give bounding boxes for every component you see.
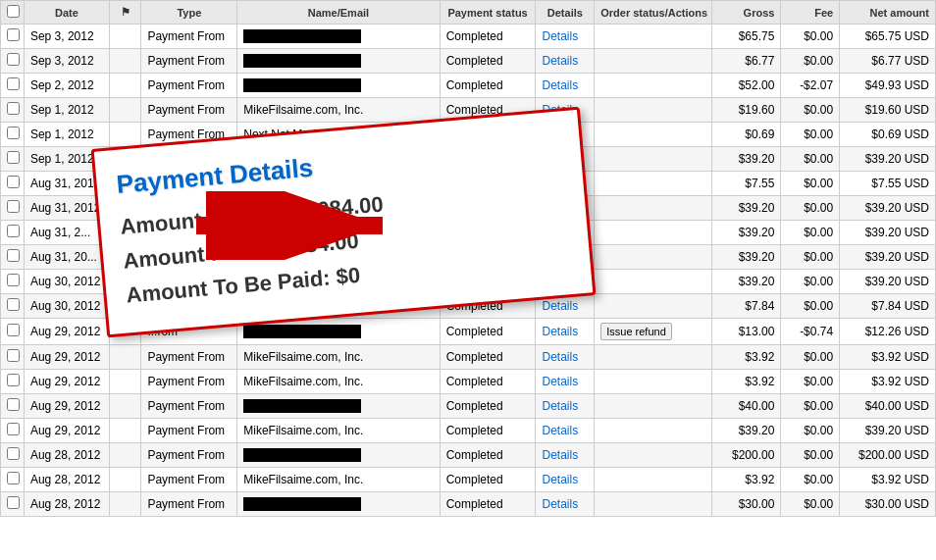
row-net: $7.55 USD	[840, 172, 936, 196]
row-name	[237, 196, 440, 221]
details-link[interactable]: Details	[542, 325, 578, 338]
row-checkbox[interactable]	[1, 74, 25, 98]
header-flag[interactable]: ⚑	[109, 1, 141, 25]
row-details[interactable]: Details	[536, 294, 595, 319]
row-fee: $0.00	[781, 147, 840, 172]
header-checkbox[interactable]	[1, 1, 25, 25]
details-link[interactable]: Details	[542, 448, 578, 462]
details-link[interactable]: Details	[542, 375, 578, 388]
row-fee: $0.00	[781, 443, 840, 468]
row-details[interactable]: Details	[536, 147, 595, 172]
row-flag	[109, 345, 141, 370]
row-type: Payment From	[141, 443, 237, 468]
row-checkbox[interactable]	[1, 319, 25, 345]
row-details[interactable]: Details	[536, 49, 595, 74]
row-checkbox[interactable]	[1, 345, 25, 370]
details-link[interactable]: Details	[542, 127, 578, 141]
row-checkbox[interactable]	[1, 443, 25, 468]
row-details[interactable]: Details	[536, 319, 595, 345]
details-link[interactable]: Details	[542, 152, 578, 166]
name-text: MikeFil...	[243, 152, 290, 166]
details-link[interactable]: Details	[542, 350, 578, 364]
table-row: Aug 29, 2012 ...rom Completed Details Is…	[1, 319, 936, 345]
table-row: Aug 31, 2012 Payment From Completed Deta…	[1, 196, 936, 221]
row-details[interactable]: Details	[536, 468, 595, 492]
details-link[interactable]: Details	[542, 103, 578, 117]
row-details[interactable]: Details	[536, 74, 595, 98]
row-checkbox[interactable]	[1, 221, 25, 245]
details-link[interactable]: Details	[542, 29, 578, 43]
row-details[interactable]: Details	[536, 123, 595, 147]
details-link[interactable]: Details	[542, 299, 578, 313]
row-date: Aug 30, 2012	[24, 294, 109, 319]
row-checkbox[interactable]	[1, 270, 25, 294]
details-link[interactable]: Details	[542, 54, 578, 68]
row-type: Payment From	[141, 245, 237, 270]
row-checkbox[interactable]	[1, 245, 25, 270]
row-fee: $0.00	[781, 123, 840, 147]
row-checkbox[interactable]	[1, 196, 25, 221]
row-name: MikeFilsaime.com, Inc.	[237, 98, 440, 123]
details-link[interactable]: Details	[542, 424, 578, 437]
table-row: Sep 2, 2012 Payment From Completed Detai…	[1, 74, 936, 98]
row-order	[595, 98, 712, 123]
details-link[interactable]: Details	[542, 78, 578, 92]
row-flag	[109, 294, 141, 319]
row-name	[237, 221, 440, 245]
row-checkbox[interactable]	[1, 25, 25, 49]
row-details[interactable]: Details	[536, 245, 595, 270]
row-checkbox[interactable]	[1, 123, 25, 147]
row-checkbox[interactable]	[1, 370, 25, 394]
redacted-block	[243, 399, 361, 413]
details-link[interactable]: Details	[542, 201, 578, 215]
row-status: Completed	[440, 345, 536, 370]
row-gross: $65.75	[711, 25, 781, 49]
row-checkbox[interactable]	[1, 172, 25, 196]
row-order	[595, 443, 712, 468]
row-net: $3.92 USD	[840, 345, 936, 370]
name-text: MikeFilsaime.com, Inc.	[243, 424, 363, 437]
row-details[interactable]: Details	[536, 25, 595, 49]
details-link[interactable]: Details	[542, 250, 578, 264]
row-name	[237, 443, 440, 468]
details-link[interactable]: Details	[542, 226, 578, 239]
row-date: Sep 2, 2012	[24, 74, 109, 98]
header-date[interactable]: Date	[24, 1, 109, 25]
row-details[interactable]: Details	[536, 345, 595, 370]
row-order	[595, 172, 712, 196]
row-order	[595, 196, 712, 221]
row-fee: $0.00	[781, 25, 840, 49]
row-details[interactable]: Details	[536, 221, 595, 245]
details-link[interactable]: Details	[542, 497, 578, 511]
row-checkbox[interactable]	[1, 294, 25, 319]
row-checkbox[interactable]	[1, 394, 25, 419]
details-link[interactable]: Details	[542, 473, 578, 486]
details-link[interactable]: Details	[542, 399, 578, 413]
issue-refund-button[interactable]: Issue refund	[600, 323, 672, 340]
row-details[interactable]: Details	[536, 270, 595, 294]
row-gross: $39.20	[711, 147, 781, 172]
row-details[interactable]: Details	[536, 196, 595, 221]
details-link[interactable]: Details	[542, 177, 578, 190]
row-checkbox[interactable]	[1, 147, 25, 172]
row-details[interactable]: Details	[536, 98, 595, 123]
details-link[interactable]: Details	[542, 275, 578, 288]
row-checkbox[interactable]	[1, 98, 25, 123]
row-details[interactable]: Details	[536, 172, 595, 196]
row-flag	[109, 49, 141, 74]
row-details[interactable]: Details	[536, 492, 595, 517]
row-gross: $3.92	[711, 468, 781, 492]
row-net: $6.77 USD	[840, 49, 936, 74]
row-details[interactable]: Details	[536, 370, 595, 394]
row-checkbox[interactable]	[1, 419, 25, 443]
header-order-status: Order status/Actions	[595, 1, 712, 25]
row-checkbox[interactable]	[1, 49, 25, 74]
row-checkbox[interactable]	[1, 492, 25, 517]
row-details[interactable]: Details	[536, 394, 595, 419]
row-details[interactable]: Details	[536, 419, 595, 443]
row-checkbox[interactable]	[1, 468, 25, 492]
row-details[interactable]: Details	[536, 443, 595, 468]
row-fee: $0.00	[781, 370, 840, 394]
row-gross: $3.92	[711, 370, 781, 394]
row-net: $19.60 USD	[840, 98, 936, 123]
